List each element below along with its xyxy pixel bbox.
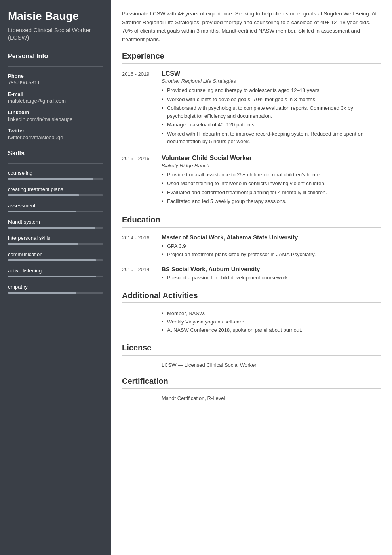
contact-item: Twitter twitter.com/maisiebauge [8,128,103,140]
summary: Passionate LCSW with 4+ years of experie… [122,10,381,44]
skills-section: Skills counseling creating treatment pla… [8,150,103,294]
contact-item: Phone 785-996-5811 [8,73,103,86]
skill-bar-bg [8,276,103,278]
contact-label: LinkedIn [8,109,103,115]
activities-section: Additional Activities Member, NASW.Weekl… [122,291,381,334]
skill-item: Mandt system [8,219,103,229]
contact-value: 785-996-5811 [8,80,103,86]
personal-info-heading: Personal Info [8,53,103,60]
exp-bullets: Provided on-call assistance to 25+ child… [162,171,381,205]
skills-divider [8,163,103,164]
skill-name: empathy [8,284,103,290]
skill-item: communication [8,251,103,261]
skills-heading: Skills [8,150,103,157]
list-item: Managed caseload of 40–120 patients. [162,121,381,129]
exp-dates: 2015 - 2016 [122,155,162,207]
exp-content: Volunteer Child Social Worker Blakely Ri… [162,155,381,207]
personal-divider [8,66,103,67]
skill-name: communication [8,251,103,257]
skill-bar-fill [8,211,76,212]
experience-divider [122,63,381,64]
license-text: LCSW — Licensed Clinical Social Worker [122,362,381,368]
skill-name: assessment [8,203,103,209]
activities-list: Member, NASW.Weekly Vinyasa yoga as self… [122,310,381,334]
education-section: Education 2014 - 2016 Master of Social W… [122,215,381,283]
contact-label: Twitter [8,128,103,134]
skill-bar-fill [8,178,93,180]
license-section: License LCSW — Licensed Clinical Social … [122,343,381,368]
experience-list: 2016 - 2019 LCSW Strother Regional Life … [122,70,381,207]
experience-entry: 2015 - 2016 Volunteer Child Social Worke… [122,155,381,207]
skill-bar-fill [8,259,96,261]
exp-company: Strother Regional Life Strategies [162,78,381,84]
skill-bar-bg [8,194,103,196]
activities-divider [122,302,381,303]
edu-content: BS Social Work, Auburn University Pursue… [162,266,381,283]
list-item: Used Mandt training to intervene in conf… [162,180,381,188]
skill-bar-fill [8,227,95,229]
edu-title: BS Social Work, Auburn University [162,266,381,272]
skill-name: creating treatment plans [8,186,103,192]
skill-bar-bg [8,292,103,294]
edu-title: Master of Social Work, Alabama State Uni… [162,234,381,241]
education-heading: Education [122,215,381,224]
certification-divider [122,388,381,389]
exp-content: LCSW Strother Regional Life Strategies P… [162,70,381,147]
experience-heading: Experience [122,52,381,61]
list-item: Provided counseling and therapy to adole… [162,86,381,94]
candidate-name: Maisie Bauge [8,10,103,23]
activities-heading: Additional Activities [122,291,381,300]
edu-bullets: GPA 3.9Project on treatment plans cited … [162,242,381,258]
skill-bar-bg [8,211,103,212]
exp-dates: 2016 - 2019 [122,70,162,147]
skill-name: interpersonal skills [8,235,103,241]
education-list: 2014 - 2016 Master of Social Work, Alaba… [122,234,381,283]
candidate-title: Licensed Clinical Social Worker (LCSW) [8,26,103,42]
skill-bar-bg [8,178,103,180]
certification-text: Mandt Certification, R-Level [122,395,381,401]
exp-company: Blakely Ridge Ranch [162,163,381,168]
contact-label: Phone [8,73,103,79]
skill-bar-fill [8,292,76,294]
education-divider [122,227,381,228]
skill-bar-bg [8,259,103,261]
skill-item: counseling [8,170,103,180]
list-item: Project on treatment plans cited by prof… [162,251,381,258]
license-heading: License [122,343,381,352]
skill-bar-fill [8,243,78,245]
skill-name: Mandt system [8,219,103,225]
list-item: Collaborated with psychologist to comple… [162,104,381,120]
edu-dates: 2014 - 2016 [122,234,162,259]
contact-list: Phone 785-996-5811E-mail maisiebauge@gma… [8,73,103,140]
list-item: GPA 3.9 [162,242,381,250]
edu-dates: 2010 - 2014 [122,266,162,283]
list-item: At NASW Conference 2018, spoke on panel … [162,326,381,335]
skill-name: active listening [8,268,103,274]
list-item: Evaluated and performed treatment planni… [162,189,381,197]
list-item: Weekly Vinyasa yoga as self-care. [162,318,381,326]
contact-value: linkedin.com/in/maisiebauge [8,116,103,122]
skill-bar-fill [8,194,79,196]
skill-item: creating treatment plans [8,186,103,196]
experience-section: Experience 2016 - 2019 LCSW Strother Reg… [122,52,381,207]
exp-bullets: Provided counseling and therapy to adole… [162,86,381,145]
skill-item: interpersonal skills [8,235,103,245]
skill-bar-fill [8,276,96,278]
skill-item: empathy [8,284,103,294]
skill-item: active listening [8,268,103,278]
edu-content: Master of Social Work, Alabama State Uni… [162,234,381,259]
list-item: Worked with clients to develop goals. 70… [162,96,381,103]
contact-item: E-mail maisiebauge@gmail.com [8,91,103,104]
contact-value: maisiebauge@gmail.com [8,98,103,104]
list-item: Pursued a passion for child development … [162,274,381,282]
list-item: Provided on-call assistance to 25+ child… [162,171,381,179]
experience-entry: 2016 - 2019 LCSW Strother Regional Life … [122,70,381,147]
skills-list: counseling creating treatment plans asse… [8,170,103,294]
list-item: Facilitated and led 5 weekly group thera… [162,197,381,205]
skill-item: assessment [8,203,103,212]
list-item: Member, NASW. [162,310,381,318]
education-entry: 2014 - 2016 Master of Social Work, Alaba… [122,234,381,259]
exp-title: LCSW [162,70,381,77]
list-item: Worked with IT department to improve rec… [162,130,381,145]
education-entry: 2010 - 2014 BS Social Work, Auburn Unive… [122,266,381,283]
